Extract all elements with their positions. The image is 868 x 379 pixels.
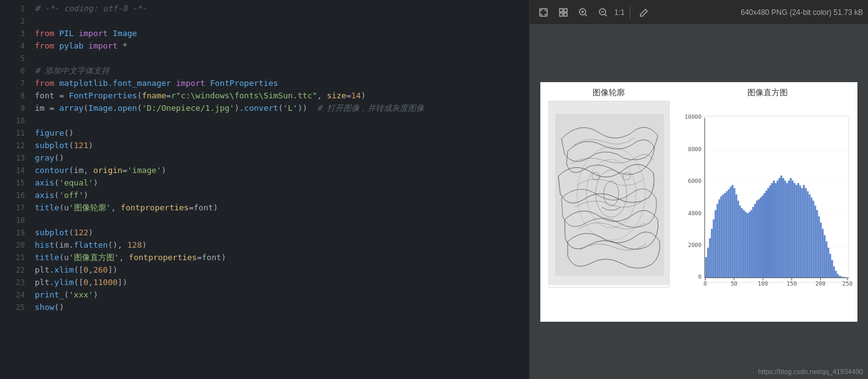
svg-text:250: 250 <box>843 281 852 287</box>
svg-rect-66 <box>773 180 775 278</box>
svg-rect-93 <box>824 235 826 278</box>
svg-rect-83 <box>805 188 806 278</box>
svg-rect-71 <box>782 178 784 278</box>
svg-text:4000: 4000 <box>688 210 701 217</box>
line-text: plt.xlim([0,260]) <box>35 264 524 276</box>
line-number: 7 <box>5 77 25 89</box>
svg-rect-31 <box>707 248 709 278</box>
svg-rect-92 <box>822 229 824 278</box>
line-text: contour(im, origin='image') <box>35 164 524 177</box>
svg-rect-35 <box>714 210 716 278</box>
code-line: 21title(u'图像直方图', fontproperties=font) <box>0 251 529 264</box>
image-viewer-panel: 1:1 640x480 PNG (24-bit color) 51.73 kB … <box>530 0 868 379</box>
svg-rect-81 <box>801 188 803 278</box>
svg-rect-80 <box>799 185 801 278</box>
svg-text:2000: 2000 <box>688 242 701 248</box>
matplotlib-figure: 图像轮廓 <box>540 82 857 322</box>
line-text: # 添加中文字体支持 <box>35 65 524 77</box>
line-text: figure() <box>35 127 524 139</box>
line-number: 1 <box>5 2 25 14</box>
svg-line-8 <box>605 14 607 16</box>
svg-rect-100 <box>837 274 839 278</box>
grid-button[interactable] <box>555 4 572 21</box>
svg-rect-74 <box>788 180 790 278</box>
line-number: 2 <box>5 15 25 27</box>
svg-rect-91 <box>820 223 822 278</box>
svg-rect-55 <box>752 207 754 278</box>
svg-text:6000: 6000 <box>688 178 701 184</box>
histogram-title: 图像直方图 <box>747 87 788 98</box>
subplot-contour: 图像轮廓 <box>540 82 677 322</box>
line-text: print_('xxx') <box>35 289 524 301</box>
code-line: 14contour(im, origin='image') <box>0 164 529 177</box>
line-number: 22 <box>5 264 25 276</box>
line-text: title(u'图像轮廓', fontproperties=font) <box>35 202 524 214</box>
code-line: 22plt.xlim([0,260]) <box>0 264 529 276</box>
code-editor[interactable]: 1# -*- coding: utf-8 -*-2 3from PIL impo… <box>0 0 530 379</box>
svg-rect-43 <box>730 187 732 278</box>
svg-rect-82 <box>803 185 805 278</box>
code-line: 2 <box>0 15 529 27</box>
svg-rect-64 <box>769 185 771 278</box>
svg-rect-77 <box>793 183 795 278</box>
svg-rect-75 <box>790 178 792 278</box>
svg-text:100: 100 <box>758 281 768 287</box>
line-number: 25 <box>5 301 25 313</box>
line-text: show() <box>35 301 524 314</box>
svg-rect-85 <box>808 194 810 278</box>
svg-rect-99 <box>835 271 837 278</box>
svg-rect-32 <box>709 238 711 278</box>
svg-rect-54 <box>750 210 752 278</box>
code-line: 11figure() <box>0 127 529 139</box>
svg-rect-37 <box>718 199 720 278</box>
edit-button[interactable] <box>635 4 653 21</box>
svg-rect-48 <box>739 205 741 278</box>
contour-title: 图像轮廓 <box>593 87 625 98</box>
svg-rect-67 <box>775 183 777 278</box>
code-line: 10 <box>0 115 529 127</box>
toolbar: 1:1 640x480 PNG (24-bit color) 51.73 kB <box>530 0 868 25</box>
svg-rect-49 <box>741 208 743 278</box>
svg-rect-68 <box>777 180 778 278</box>
svg-rect-57 <box>756 200 758 278</box>
svg-rect-46 <box>736 194 737 278</box>
svg-rect-51 <box>745 212 747 278</box>
line-number: 8 <box>5 90 25 101</box>
code-line: 20hist(im.flatten(), 128) <box>0 239 529 251</box>
svg-rect-1 <box>560 9 563 12</box>
line-number: 18 <box>5 214 25 226</box>
line-number: 12 <box>5 139 25 151</box>
code-line: 23plt.ylim([0,11000]) <box>0 276 529 289</box>
svg-text:0: 0 <box>704 281 707 287</box>
svg-rect-60 <box>762 195 764 278</box>
line-text: im = array(Image.open('D:/Onepiece/1.jpg… <box>35 102 524 115</box>
svg-rect-78 <box>795 185 797 278</box>
svg-rect-62 <box>765 190 767 278</box>
line-text: subplot(122) <box>35 227 524 239</box>
svg-rect-36 <box>716 204 718 278</box>
code-line: 1# -*- coding: utf-8 -*- <box>0 2 529 15</box>
watermark: https://blog.csdn.net/qq_41934490 <box>758 368 863 375</box>
code-line: 25show() <box>0 301 529 314</box>
svg-rect-61 <box>764 193 765 278</box>
line-text <box>35 52 524 65</box>
svg-rect-58 <box>758 199 760 278</box>
code-content: 1# -*- coding: utf-8 -*-2 3from PIL impo… <box>0 0 529 379</box>
line-number: 4 <box>5 40 25 52</box>
line-text: axis('off') <box>35 189 524 202</box>
separator <box>630 6 630 19</box>
line-number: 20 <box>5 239 25 251</box>
zoom-out-button[interactable] <box>594 4 612 21</box>
line-number: 19 <box>5 227 25 238</box>
fit-window-button[interactable] <box>535 4 552 21</box>
svg-rect-45 <box>734 188 736 278</box>
line-number: 16 <box>5 189 25 201</box>
line-text: title(u'图像直方图', fontproperties=font) <box>35 251 524 264</box>
code-line: 8font = FontProperties(fname=r"c:\window… <box>0 90 529 102</box>
code-line: 15axis('equal') <box>0 177 529 189</box>
svg-rect-76 <box>792 180 793 278</box>
svg-text:0: 0 <box>698 274 701 280</box>
zoom-in-button[interactable] <box>575 4 592 21</box>
line-text: from pylab import * <box>35 40 524 52</box>
svg-rect-59 <box>760 197 762 278</box>
